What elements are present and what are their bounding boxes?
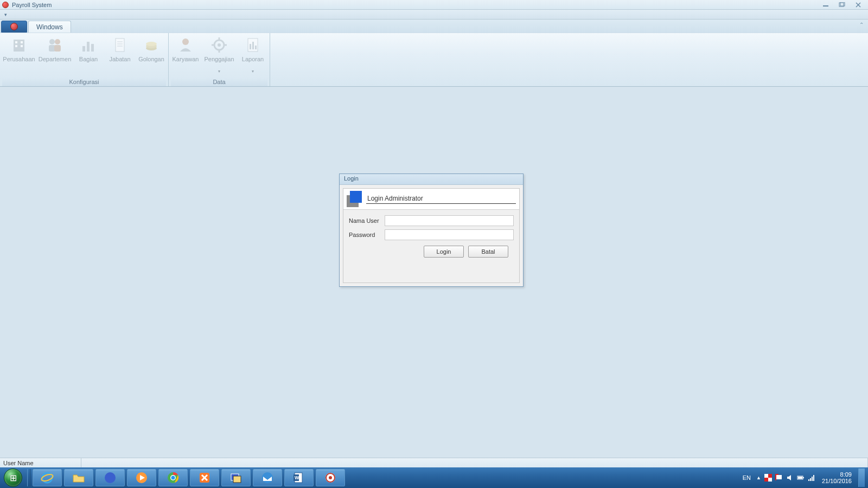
tab-label: Windows bbox=[36, 23, 63, 31]
word-icon: W bbox=[292, 471, 305, 484]
taskbar-item-app[interactable] bbox=[316, 469, 345, 486]
svg-point-8 bbox=[49, 39, 55, 44]
ribbon-item-golongan[interactable]: Golongan bbox=[137, 34, 166, 78]
svg-rect-11 bbox=[54, 45, 61, 52]
svg-point-50 bbox=[329, 476, 332, 479]
ribbon-item-karyawan[interactable]: Karyawan bbox=[171, 34, 200, 78]
application-menu-button[interactable] bbox=[1, 21, 27, 33]
svg-point-9 bbox=[55, 39, 60, 44]
battery-icon[interactable] bbox=[797, 474, 805, 481]
cancel-button[interactable]: Batal bbox=[468, 246, 508, 258]
svg-rect-43 bbox=[233, 476, 241, 483]
username-input[interactable] bbox=[385, 215, 514, 226]
ribbon-group-konfigurasi: Perusahaan Departemen Bagian Jabatan Gol… bbox=[0, 33, 169, 86]
window-title: Payroll System bbox=[12, 2, 817, 8]
tray-expand-icon[interactable]: ▲ bbox=[756, 475, 761, 480]
clock-date: 21/10/2016 bbox=[822, 478, 852, 484]
password-input[interactable] bbox=[385, 229, 514, 240]
login-dialog: Login Login Administrator Nama User Pass… bbox=[339, 174, 524, 287]
system-tray: EN ▲ 8:09 21/10/2016 bbox=[741, 468, 868, 487]
svg-rect-62 bbox=[813, 475, 814, 481]
network-icon[interactable] bbox=[808, 474, 815, 481]
ribbon-item-perusahaan[interactable]: Perusahaan bbox=[2, 34, 36, 78]
taskbar-item-chrome[interactable] bbox=[158, 469, 188, 486]
firefox-icon bbox=[104, 471, 117, 484]
media-icon bbox=[135, 471, 148, 484]
svg-point-35 bbox=[105, 472, 116, 483]
ribbon-item-label: Karyawan bbox=[173, 56, 199, 70]
ribbon-item-label: Perusahaan bbox=[3, 56, 35, 70]
qat-dropdown-icon[interactable]: ▾ bbox=[4, 12, 7, 17]
ribbon-item-laporan[interactable]: Laporan ▾ bbox=[238, 34, 267, 78]
close-button[interactable] bbox=[851, 1, 866, 9]
svg-rect-0 bbox=[823, 5, 828, 7]
ribbon-item-jabatan[interactable]: Jabatan bbox=[105, 34, 135, 78]
svg-rect-5 bbox=[21, 41, 23, 43]
password-label: Password bbox=[349, 232, 385, 238]
chart-icon bbox=[80, 36, 97, 54]
people-icon bbox=[46, 36, 63, 54]
maximize-button[interactable] bbox=[834, 1, 850, 9]
ribbon-collapse-icon[interactable]: ⌃ bbox=[859, 22, 864, 28]
taskbar-item-ie[interactable] bbox=[33, 469, 62, 486]
taskbar-item-word[interactable]: W bbox=[284, 469, 314, 486]
ie-icon bbox=[41, 471, 54, 484]
flag-icon[interactable] bbox=[764, 474, 772, 481]
login-button[interactable]: Login bbox=[424, 246, 464, 258]
report-icon bbox=[244, 36, 261, 54]
svg-rect-6 bbox=[15, 45, 17, 47]
document-icon bbox=[111, 36, 129, 54]
taskbar-item-putty[interactable] bbox=[221, 469, 251, 486]
svg-rect-59 bbox=[808, 479, 809, 481]
taskbar-item-xampp[interactable] bbox=[190, 469, 219, 486]
titlebar: Payroll System bbox=[0, 0, 868, 10]
ribbon-group-label: Data bbox=[171, 78, 267, 86]
login-header-text: Login Administrator bbox=[366, 195, 516, 204]
ribbon-item-penggajian[interactable]: Penggajian ▾ bbox=[202, 34, 236, 78]
quick-access-toolbar: ▾ bbox=[0, 10, 868, 20]
app-icon bbox=[2, 2, 9, 8]
svg-point-21 bbox=[146, 42, 157, 46]
taskbar-item-explorer[interactable] bbox=[64, 469, 93, 486]
svg-rect-7 bbox=[21, 45, 23, 47]
action-center-icon[interactable] bbox=[775, 474, 783, 481]
ribbon-item-label: Penggajian bbox=[204, 56, 234, 70]
taskbar-item-media[interactable] bbox=[127, 469, 156, 486]
chevron-down-icon: ▾ bbox=[218, 69, 220, 74]
login-logo-icon bbox=[347, 191, 363, 207]
language-indicator[interactable]: EN bbox=[741, 474, 753, 481]
login-header: Login Administrator bbox=[343, 189, 519, 210]
ribbon-item-departemen[interactable]: Departemen bbox=[38, 34, 72, 78]
dialog-title: Login bbox=[340, 174, 523, 185]
svg-marker-55 bbox=[787, 475, 791, 480]
taskbar-item-thunderbird[interactable] bbox=[253, 469, 282, 486]
thunderbird-icon bbox=[261, 471, 274, 484]
status-empty bbox=[81, 458, 868, 467]
svg-rect-58 bbox=[798, 477, 802, 479]
username-label: Nama User bbox=[349, 217, 385, 224]
clock[interactable]: 8:09 21/10/2016 bbox=[819, 471, 855, 484]
putty-icon bbox=[229, 471, 242, 484]
chrome-icon bbox=[167, 471, 180, 484]
tab-windows[interactable]: Windows bbox=[28, 21, 71, 33]
ribbon-item-label: Laporan bbox=[242, 56, 264, 70]
svg-rect-60 bbox=[810, 478, 811, 481]
start-button[interactable] bbox=[0, 467, 26, 488]
gear-icon bbox=[210, 36, 228, 54]
svg-text:W: W bbox=[295, 475, 299, 480]
minimize-button[interactable] bbox=[818, 1, 833, 9]
svg-rect-61 bbox=[812, 477, 813, 481]
svg-rect-52 bbox=[768, 474, 772, 478]
svg-rect-15 bbox=[116, 38, 124, 52]
volume-icon[interactable] bbox=[786, 474, 794, 481]
svg-point-40 bbox=[171, 476, 175, 480]
taskbar-separator bbox=[27, 469, 30, 486]
ribbon-group-data: Karyawan Penggajian ▾ Laporan ▾ Data bbox=[169, 33, 270, 86]
ribbon-item-bagian[interactable]: Bagian bbox=[74, 34, 103, 78]
status-username-label: User Name bbox=[0, 458, 81, 467]
show-desktop-button[interactable] bbox=[858, 468, 865, 487]
svg-point-24 bbox=[218, 43, 221, 47]
svg-rect-30 bbox=[250, 44, 251, 49]
building-icon bbox=[10, 36, 28, 54]
taskbar-item-firefox[interactable] bbox=[95, 469, 125, 486]
